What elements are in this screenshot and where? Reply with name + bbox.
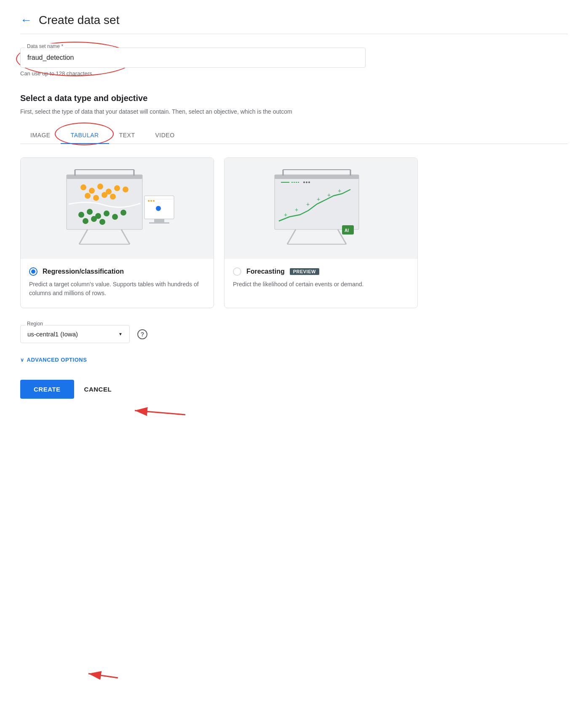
region-section: Region us-central1 (Iowa) ▼ ? — [20, 325, 568, 343]
dataset-name-hint: Can use up to 128 characters. — [20, 70, 568, 77]
svg-text:+: + — [338, 187, 341, 194]
svg-point-19 — [87, 209, 93, 215]
svg-point-15 — [93, 195, 99, 201]
svg-point-34 — [153, 200, 155, 202]
svg-point-31 — [156, 206, 161, 211]
svg-point-45 — [303, 181, 305, 183]
svg-rect-1 — [67, 175, 142, 179]
svg-point-8 — [80, 184, 86, 190]
svg-point-33 — [150, 200, 152, 202]
card-forecasting-image: + + + + + + AI — [225, 158, 417, 259]
svg-line-37 — [287, 229, 296, 244]
card-forecasting-content: Forecasting PREVIEW Predict the likeliho… — [225, 259, 417, 299]
tab-tabular[interactable]: TABULAR — [61, 127, 109, 144]
tab-image[interactable]: IMAGE — [20, 127, 61, 144]
advanced-options-label: ADVANCED OPTIONS — [27, 357, 87, 363]
svg-point-32 — [148, 200, 150, 202]
svg-point-14 — [85, 193, 91, 199]
forecasting-radio-row: Forecasting PREVIEW — [233, 267, 409, 276]
advanced-options-link[interactable]: ∨ ADVANCED OPTIONS — [20, 357, 568, 363]
svg-point-17 — [110, 194, 116, 200]
header-divider — [20, 34, 568, 34]
region-help-icon[interactable]: ? — [137, 329, 147, 339]
advanced-chevron-icon: ∨ — [20, 357, 24, 363]
region-label: Region — [25, 321, 45, 327]
svg-point-13 — [123, 187, 128, 192]
regression-illustration — [54, 166, 180, 251]
card-regression-content: Regression/classification Predict a targ… — [21, 259, 214, 308]
page-header: ← Create data set — [20, 13, 568, 34]
advanced-options-section: ∨ ADVANCED OPTIONS — [20, 357, 568, 363]
svg-text:+: + — [306, 201, 310, 208]
svg-point-12 — [114, 185, 120, 191]
forecasting-radio[interactable] — [233, 267, 241, 276]
svg-point-16 — [102, 192, 107, 198]
card-regression[interactable]: Regression/classification Predict a targ… — [20, 157, 214, 308]
page-title: Create data set — [39, 13, 119, 27]
card-forecasting[interactable]: + + + + + + AI Forecasting — [224, 157, 418, 308]
text-field-container: Data set name * — [20, 48, 366, 68]
svg-point-47 — [308, 181, 310, 183]
region-select[interactable]: us-central1 (Iowa) ▼ — [20, 325, 130, 343]
svg-rect-29 — [154, 219, 164, 222]
actions-section: CREATE CANCEL — [20, 380, 568, 399]
svg-rect-30 — [149, 222, 169, 224]
forecasting-illustration: + + + + + + AI — [258, 166, 384, 251]
svg-point-9 — [89, 188, 95, 194]
svg-point-24 — [83, 218, 88, 224]
svg-point-46 — [306, 181, 307, 183]
region-dropdown-wrapper: Region us-central1 (Iowa) ▼ — [20, 325, 130, 343]
svg-point-21 — [104, 211, 110, 216]
back-button[interactable]: ← — [20, 14, 32, 26]
svg-line-3 — [121, 229, 130, 244]
forecasting-label: Forecasting — [246, 268, 285, 275]
create-button[interactable]: CREATE — [20, 380, 74, 399]
dataset-name-section: Data set name * Can use up to 128 charac… — [20, 48, 568, 77]
dataset-name-field-wrapper: Data set name * — [20, 48, 366, 68]
svg-text:+: + — [284, 211, 287, 218]
svg-point-10 — [97, 184, 103, 189]
svg-line-59 — [88, 674, 118, 678]
svg-point-25 — [91, 216, 97, 222]
svg-text:AI: AI — [345, 228, 349, 233]
preview-badge: PREVIEW — [290, 268, 319, 275]
regression-radio-inner — [31, 269, 35, 274]
svg-text:+: + — [295, 206, 298, 213]
section-title: Select a data type and objective — [20, 93, 568, 103]
regression-radio-row: Regression/classification — [29, 267, 205, 276]
card-regression-image — [21, 158, 214, 259]
svg-point-23 — [120, 210, 126, 216]
svg-text:+: + — [327, 192, 331, 198]
region-chevron-icon: ▼ — [118, 332, 123, 336]
data-type-section: Select a data type and objective First, … — [20, 93, 568, 399]
svg-point-26 — [99, 219, 105, 225]
svg-rect-36 — [275, 175, 359, 179]
regression-label: Regression/classification — [43, 268, 124, 275]
section-description: First, select the type of data that your… — [20, 108, 399, 115]
svg-text:+: + — [317, 196, 320, 203]
svg-point-18 — [78, 212, 84, 218]
regression-desc: Predict a target column's value. Support… — [29, 280, 205, 298]
svg-point-22 — [112, 214, 118, 220]
forecasting-desc: Predict the likelihood of certain events… — [233, 280, 409, 289]
cancel-button[interactable]: CANCEL — [84, 386, 112, 393]
svg-line-2 — [79, 229, 88, 244]
tab-text[interactable]: TEXT — [109, 127, 145, 144]
tabs-container: IMAGE TABULAR TEXT VIDEO — [20, 127, 568, 144]
region-value: us-central1 (Iowa) — [27, 331, 115, 338]
tab-video[interactable]: VIDEO — [145, 127, 184, 144]
dataset-name-label: Data set name * — [25, 43, 65, 49]
dataset-name-input[interactable] — [20, 48, 366, 68]
regression-radio[interactable] — [29, 267, 37, 276]
cards-container: Regression/classification Predict a targ… — [20, 157, 568, 308]
